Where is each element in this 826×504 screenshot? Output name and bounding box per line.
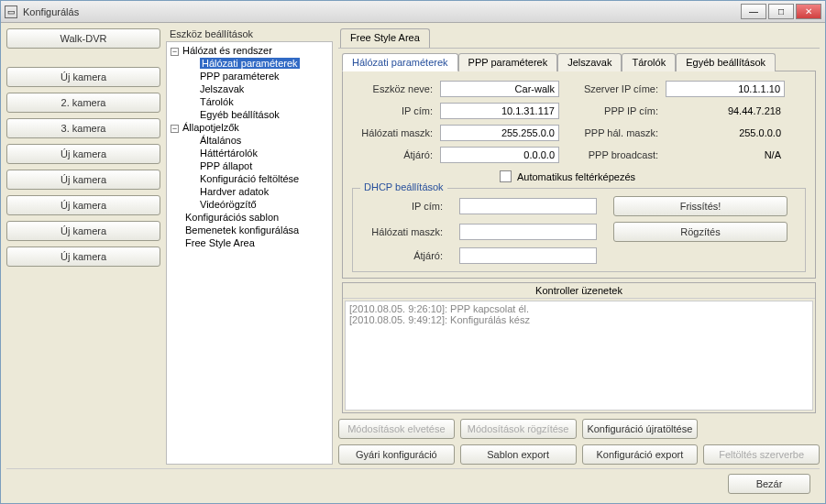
tree-node-network: Hálózat és rendszer — [182, 45, 272, 56]
subtab-4[interactable]: Egyéb beállítások — [676, 53, 776, 71]
form-input[interactable]: 10.1.1.10 — [666, 81, 785, 97]
form-label: Eszköz neve: — [350, 83, 433, 94]
tree-node-freestyle: Free Style Area — [185, 237, 255, 248]
close-dialog-button[interactable]: Bezár — [728, 474, 810, 494]
action-button-2[interactable]: Konfiguráció újratöltése — [582, 419, 699, 439]
tree-node-config-upload: Konfiguráció feltöltése — [200, 173, 299, 184]
tree-node-video: Videórögzítő — [200, 199, 257, 210]
tree-node-passwords: Jelszavak — [200, 83, 244, 94]
camera-sidebar: Walk-DVR Új kamera2. kamera3. kameraÚj k… — [6, 28, 160, 465]
form-input[interactable]: Car-walk — [440, 81, 559, 97]
tree-node-storage: Tárolók — [200, 96, 234, 107]
action-button-4[interactable]: Gyári konfiguráció — [338, 444, 455, 465]
camera-button-6[interactable]: Új kamera — [6, 221, 160, 241]
close-button[interactable]: ✕ — [796, 4, 821, 19]
titlebar: ▭ Konfigurálás — □ ✕ — [1, 1, 825, 23]
tree-node-template: Konfigurációs sablon — [185, 212, 279, 223]
camera-button-1[interactable]: 2. kamera — [6, 93, 160, 113]
dhcp-label: Hálózati maszk: — [360, 226, 443, 237]
walk-dvr-button[interactable]: Walk-DVR — [6, 28, 160, 49]
form-input[interactable]: 0.0.0.0 — [440, 147, 559, 163]
auto-mapping-checkbox[interactable] — [500, 170, 512, 182]
window-title: Konfigurálás — [23, 6, 739, 17]
tree-node-ppp-status: PPP állapot — [200, 160, 252, 171]
subtab-0[interactable]: Hálózati paraméterek — [342, 53, 458, 71]
camera-button-4[interactable]: Új kamera — [6, 170, 160, 190]
form-label: Átjáró: — [350, 149, 433, 160]
dhcp-input[interactable] — [459, 247, 597, 264]
camera-button-3[interactable]: Új kamera — [6, 144, 160, 164]
tab-free-style-area[interactable]: Free Style Area — [340, 28, 430, 48]
tree-node-hardware: Hardver adatok — [200, 186, 269, 197]
form-value: N/A — [666, 149, 785, 160]
tree-node-inputs: Bemenetek konfigurálása — [185, 225, 299, 236]
maximize-button[interactable]: □ — [768, 4, 794, 19]
tree-node-general: Általános — [200, 135, 241, 146]
dhcp-legend: DHCP beállítások — [360, 181, 447, 192]
subtab-1[interactable]: PPP paraméterek — [458, 53, 558, 71]
form-input[interactable]: 255.255.0.0 — [440, 125, 559, 141]
form-value: 94.44.7.218 — [666, 105, 785, 116]
log-line: [2010.08.05. 9:26:10]: PPP kapcsolat él. — [349, 303, 809, 314]
action-button-1: Módosítások rögzítése — [460, 419, 577, 439]
subtab-2[interactable]: Jelszavak — [557, 53, 622, 71]
camera-button-2[interactable]: 3. kamera — [6, 118, 160, 138]
subtab-3[interactable]: Tárolók — [622, 53, 676, 71]
log-body[interactable]: [2010.08.05. 9:26:10]: PPP kapcsolat él.… — [345, 301, 813, 411]
action-button-5[interactable]: Sablon export — [460, 444, 577, 465]
dhcp-input[interactable] — [459, 224, 597, 240]
form-label: IP cím: — [350, 105, 433, 116]
form-label: Szerver IP címe: — [567, 83, 658, 94]
app-icon: ▭ — [5, 5, 17, 18]
settings-tree[interactable]: −Hálózat és rendszer Hálózati paramétere… — [166, 41, 333, 465]
log-line: [2010.08.05. 9:49:12]: Konfigurálás kész — [349, 314, 809, 325]
form-label: PPP IP cím: — [567, 105, 658, 116]
dhcp-button-1[interactable]: Rögzítés — [613, 222, 787, 242]
log-title: Kontroller üzenetek — [343, 283, 815, 299]
form-label: PPP broadcast: — [567, 149, 658, 160]
action-button-6[interactable]: Konfiguráció export — [582, 444, 699, 465]
tree-node-other: Egyéb beállítások — [200, 109, 280, 120]
form-value: 255.0.0.0 — [666, 127, 785, 138]
tree-node-network-params: Hálózati paraméterek — [200, 58, 300, 69]
dhcp-button-0[interactable]: Frissítés! — [613, 196, 787, 216]
dhcp-label: IP cím: — [360, 201, 443, 212]
form-label: PPP hál. maszk: — [567, 127, 658, 138]
minimize-button[interactable]: — — [741, 4, 766, 19]
camera-button-7[interactable]: Új kamera — [6, 247, 160, 267]
camera-button-0[interactable]: Új kamera — [6, 67, 160, 87]
tree-title: Eszköz beállítások — [166, 28, 333, 41]
dhcp-input[interactable] — [459, 198, 597, 214]
tree-node-ppp-params: PPP paraméterek — [200, 71, 280, 82]
action-button-7: Feltöltés szerverbe — [703, 444, 820, 465]
camera-button-5[interactable]: Új kamera — [6, 195, 160, 215]
auto-mapping-label: Automatikus feltérképezés — [517, 171, 635, 182]
form-label: Hálózati maszk: — [350, 127, 433, 138]
tree-node-bg-storage: Háttértárolók — [200, 148, 258, 159]
tree-node-status: Állapotjelzők — [182, 122, 239, 133]
dhcp-label: Átjáró: — [360, 250, 443, 261]
action-button-0: Módosítások elvetése — [338, 419, 455, 439]
form-input[interactable]: 10.1.31.117 — [440, 103, 559, 119]
